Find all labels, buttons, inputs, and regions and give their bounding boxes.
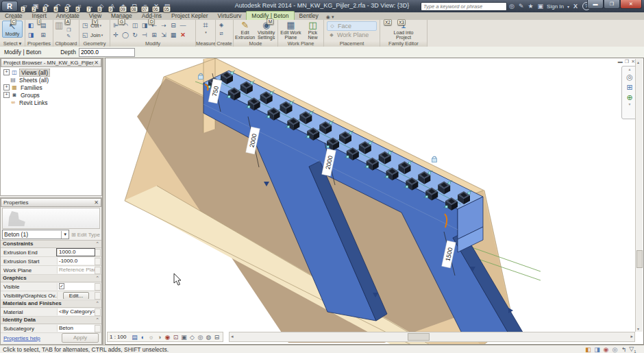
create-similar-icon[interactable]: ⧄	[216, 29, 226, 38]
drag-handle[interactable]	[208, 86, 210, 88]
type-selector[interactable]: Beton (1)▼	[2, 230, 69, 239]
associate-parameter-button[interactable]	[95, 267, 101, 274]
drag-handle[interactable]	[251, 82, 253, 84]
measure-button[interactable]: ⌗ ▾	[202, 21, 208, 35]
tree-item-groups[interactable]: +◙Groups	[2, 91, 101, 99]
unpin-icon[interactable]: —	[178, 21, 188, 30]
drag-handle[interactable]	[330, 122, 332, 124]
press-drag-icon[interactable]: ↰	[619, 346, 628, 353]
subscription-icon[interactable]: ✎	[519, 3, 524, 10]
drag-handle[interactable]	[448, 182, 450, 184]
tree-item-sheets[interactable]: ▤Sheets (all)	[2, 76, 101, 84]
horizontal-scrollbar[interactable]: ◂ ▸	[229, 332, 635, 342]
drag-handle[interactable]	[268, 116, 270, 118]
associate-parameter-button[interactable]	[95, 283, 101, 291]
expand-icon[interactable]: +	[3, 69, 10, 75]
text-icon[interactable]: A9	[108, 1, 118, 11]
view-minimize-icon[interactable]: ▬	[618, 59, 623, 64]
editable-only-icon[interactable]: ◎	[610, 346, 619, 353]
show-crop-icon[interactable]: ▣	[179, 334, 188, 341]
mirror-axis-icon[interactable]: ◫	[130, 21, 140, 30]
zoom-region-icon[interactable]: ⊕	[626, 93, 632, 103]
pin-icon[interactable]: ⊟	[169, 21, 178, 30]
tab-create[interactable]: CreateC	[0, 12, 27, 20]
drag-handle[interactable]	[406, 186, 408, 188]
visibility-settings-button[interactable]: ◉ Visibility Settings	[256, 21, 277, 40]
application-menu-button[interactable]: R	[1, 1, 18, 12]
property-value[interactable]: Edit...	[57, 292, 95, 299]
tree-item-families[interactable]: +▦Families	[2, 84, 101, 91]
tab-add-ins[interactable]: Add-InsD	[137, 12, 166, 20]
analytical-icon[interactable]: ⊟	[212, 334, 221, 341]
restore-button[interactable]: ❐	[604, 0, 620, 9]
scroll-up-icon[interactable]: ▴	[637, 60, 639, 64]
reveal-hidden-icon[interactable]: ◍	[204, 334, 212, 341]
property-group-header[interactable]: Materials and Finishes⌃	[1, 300, 101, 308]
drag-handle[interactable]	[369, 142, 371, 144]
collapse-icon[interactable]: ⌃	[95, 241, 99, 247]
favorites-icon[interactable]: ★	[528, 3, 533, 10]
cut-geometry-button[interactable]: ◳ Cut▾	[80, 21, 103, 30]
shadows-icon[interactable]: ◑	[155, 334, 163, 341]
thin-lines-icon[interactable]: ≡07	[140, 1, 151, 11]
dimension-icon[interactable]: ↔7	[86, 1, 96, 11]
sign-in-button[interactable]: Sign In	[547, 3, 564, 10]
scroll-down-icon[interactable]: ▾	[637, 326, 639, 331]
temporary-hide-icon[interactable]: ◎	[196, 334, 204, 341]
depth-input[interactable]	[79, 48, 135, 57]
property-group-header[interactable]: Constraints⌃	[1, 241, 101, 248]
property-value[interactable]: Beton	[57, 325, 95, 332]
tree-item-views[interactable]: +◫Views (all)	[2, 69, 101, 76]
associate-parameter-button[interactable]	[95, 249, 101, 256]
properties-help-link[interactable]: Properties help	[3, 335, 40, 341]
detail-level-icon[interactable]: ▤	[130, 334, 138, 341]
drag-handle[interactable]	[409, 162, 411, 164]
property-value[interactable]: ✓	[57, 283, 95, 290]
drawing-area[interactable]: 750 2000 2000 1500	[105, 58, 644, 345]
switch-windows-icon[interactable]: ▤05	[162, 1, 173, 11]
tab-bentley[interactable]: Bentley	[295, 12, 323, 20]
associate-parameter-button[interactable]	[95, 258, 101, 265]
3d-view-icon[interactable]: ◈09	[119, 1, 129, 11]
visual-style-icon[interactable]: ◐	[138, 334, 147, 341]
tab-annotate[interactable]: AnnotateA	[51, 12, 84, 20]
comm-center-icon[interactable]: ▣	[538, 3, 544, 10]
view-cube-icon[interactable]: ◎	[626, 72, 633, 82]
worksharing-icon[interactable]: ◉	[602, 346, 610, 353]
search-input[interactable]	[421, 2, 507, 11]
collapse-icon[interactable]: ⌃	[95, 275, 99, 282]
drag-handle[interactable]	[367, 166, 369, 168]
drag-handle[interactable]	[248, 106, 250, 108]
associate-parameter-button[interactable]	[95, 308, 101, 316]
drag-handle[interactable]	[468, 192, 470, 194]
sun-path-icon[interactable]: ☼	[147, 334, 155, 341]
scale-icon[interactable]: ⇲	[159, 30, 169, 40]
undo-icon[interactable]: ↶4	[53, 1, 63, 11]
family-category-icon[interactable]: ◨	[26, 30, 36, 40]
collapse-icon[interactable]: ⌃	[95, 300, 99, 307]
expand-icon[interactable]: +	[3, 92, 10, 98]
trim-icon[interactable]: ⊣	[140, 30, 149, 40]
properties-palette-icon[interactable]: ◧	[26, 21, 36, 30]
drag-handle[interactable]	[287, 125, 289, 127]
drag-handle[interactable]	[307, 136, 309, 138]
tab-manage[interactable]: ManageG	[106, 12, 137, 20]
group-icon[interactable]: ▦	[169, 30, 178, 40]
drag-handle[interactable]	[271, 92, 273, 94]
property-value[interactable]: 1000.0	[57, 249, 95, 256]
search-icon[interactable]: ◎	[509, 3, 515, 10]
property-value[interactable]: <By Category>	[57, 308, 95, 315]
tab-virtusurv[interactable]: VirtuSurv	[213, 12, 247, 20]
scroll-left-icon[interactable]: ◂	[231, 334, 234, 339]
ribbon-display-toggle-icon[interactable]: ◉ ▾	[326, 14, 336, 20]
lock-view-icon[interactable]: ◇	[188, 334, 196, 341]
drag-handle[interactable]	[389, 152, 391, 154]
drag-handle[interactable]	[290, 102, 293, 104]
save-icon[interactable]: ▣2	[31, 1, 41, 11]
tab-view[interactable]: ViewV	[84, 12, 106, 20]
chevron-down-icon[interactable]: ▾	[567, 4, 569, 9]
associate-parameter-button[interactable]	[95, 292, 101, 300]
view-scale[interactable]: 1 : 100	[110, 334, 126, 340]
expand-icon[interactable]: +	[3, 84, 10, 90]
tab-insert[interactable]: InsertI	[27, 12, 51, 20]
